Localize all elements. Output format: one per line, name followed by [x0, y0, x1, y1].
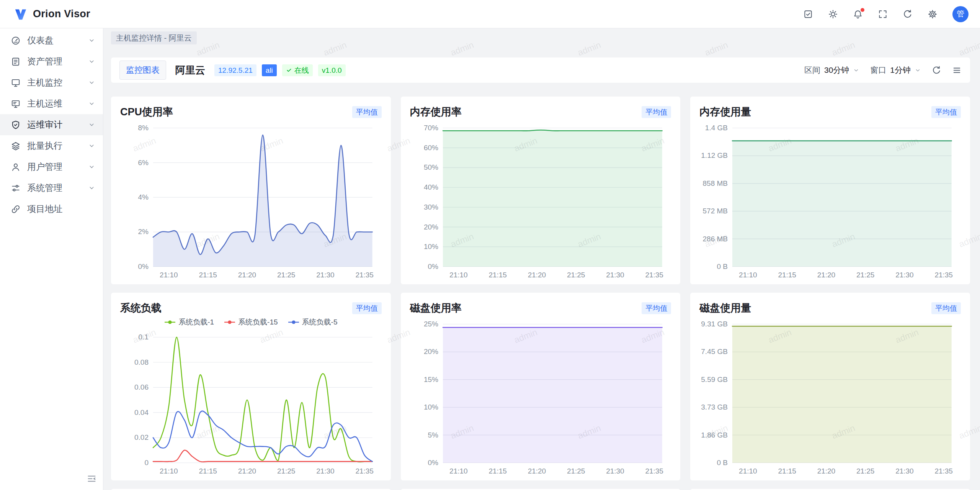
todo-check-icon[interactable]	[803, 9, 813, 19]
window-select[interactable]: 窗口 1分钟	[870, 65, 921, 75]
svg-text:30%: 30%	[424, 203, 438, 211]
refresh-icon[interactable]	[903, 9, 913, 19]
average-badge: 平均值	[642, 302, 671, 314]
sidebar-collapse-icon[interactable]	[87, 474, 97, 484]
main-panel: 监控图表 阿里云 12.92.5.21ali在线v1.0.0 区间 30分钟 窗…	[103, 44, 980, 490]
chevron-down-icon	[88, 37, 95, 44]
topbar-actions: 管	[803, 6, 969, 22]
svg-text:21:15: 21:15	[488, 467, 507, 475]
svg-text:0.1: 0.1	[139, 333, 149, 341]
sidebar-item-label: 用户管理	[27, 161, 82, 173]
host-tag-provider: ali	[262, 64, 277, 76]
svg-text:21:30: 21:30	[606, 271, 624, 279]
brand-name: Orion Visor	[33, 8, 90, 20]
svg-text:1.86 GB: 1.86 GB	[701, 431, 728, 439]
chart-card-disk-usage-amount: 磁盘使用量平均值0 B1.86 GB3.73 GB5.59 GB7.45 GB9…	[690, 293, 970, 480]
refresh-charts-icon[interactable]	[932, 66, 941, 75]
svg-text:21:25: 21:25	[567, 467, 585, 475]
chart-card-header: 磁盘使用量平均值	[699, 300, 961, 316]
content-area: 主机监控详情 - 阿里云 监控图表 阿里云 12.92.5.21ali在线v1.…	[103, 28, 980, 490]
chart-card-header: 内存使用率平均值	[410, 104, 671, 120]
sidebar-item-label: 仪表盘	[27, 34, 82, 46]
sidebar-item-ops-audit[interactable]: 运维审计	[0, 114, 103, 135]
user-avatar[interactable]: 管	[952, 6, 969, 22]
svg-text:0.06: 0.06	[134, 383, 149, 391]
chevron-down-icon	[88, 184, 95, 192]
host-header-right: 区间 30分钟 窗口 1分钟	[804, 65, 962, 75]
svg-text:21:35: 21:35	[645, 467, 663, 475]
svg-text:0%: 0%	[428, 262, 438, 270]
chart-list-icon[interactable]	[952, 66, 962, 75]
chevron-down-icon	[88, 142, 95, 149]
svg-text:21:35: 21:35	[355, 271, 374, 279]
chart-plot-cpu-usage: 0%2%4%6%8%21:1021:1521:2021:2521:3021:35	[120, 120, 382, 280]
sidebar-item-host-ops[interactable]: 主机运维	[0, 93, 103, 114]
chart-card-header: CPU使用率平均值	[120, 104, 382, 120]
breadcrumb-item[interactable]: 主机监控详情 - 阿里云	[111, 31, 197, 44]
breadcrumb: 主机监控详情 - 阿里云	[103, 28, 980, 44]
chart-title: CPU使用率	[120, 105, 173, 119]
sidebar-item-label: 主机监控	[27, 77, 82, 88]
average-badge: 平均值	[931, 302, 961, 314]
svg-text:0.04: 0.04	[134, 408, 149, 416]
sidebar-item-label: 项目地址	[27, 203, 95, 215]
chart-title: 磁盘使用量	[699, 301, 751, 315]
fullscreen-icon[interactable]	[878, 9, 888, 19]
legend-item[interactable]: 系统负载-1	[164, 317, 214, 327]
sidebar-item-label: 系统管理	[27, 182, 82, 194]
chart-card-disk-usage-percent: 磁盘使用率平均值0%5%10%15%20%25%21:1021:1521:202…	[401, 293, 681, 480]
svg-text:21:30: 21:30	[316, 467, 335, 475]
svg-text:3.73 GB: 3.73 GB	[701, 403, 728, 411]
svg-text:21:10: 21:10	[739, 467, 757, 475]
chevron-down-icon	[88, 100, 95, 107]
legend-marker	[224, 318, 235, 326]
check-icon	[286, 67, 292, 73]
sidebar-item-assets[interactable]: 资产管理	[0, 51, 103, 72]
sidebar-item-batch-exec[interactable]: 批量执行	[0, 135, 103, 156]
audit-icon	[11, 120, 21, 130]
chart-card-header: 磁盘使用率平均值	[410, 300, 671, 316]
svg-text:21:35: 21:35	[645, 271, 663, 279]
svg-text:21:35: 21:35	[355, 467, 374, 475]
svg-text:9.31 GB: 9.31 GB	[701, 320, 728, 328]
monitor-chart-tab[interactable]: 监控图表	[119, 61, 166, 80]
sidebar-item-project-link[interactable]: 项目地址	[0, 198, 103, 220]
host-tag-text: 12.92.5.21	[218, 67, 253, 74]
svg-text:0.02: 0.02	[134, 433, 149, 441]
theme-sun-icon[interactable]	[828, 9, 838, 19]
chart-plot-memory-usage-percent: 0%10%20%30%40%50%60%70%21:1021:1521:2021…	[410, 120, 671, 280]
chart-card-header: 系统负载平均值	[120, 300, 382, 316]
svg-text:0: 0	[144, 459, 149, 467]
svg-text:21:25: 21:25	[567, 271, 585, 279]
chart-canvas-system-load: 00.020.040.060.080.121:1021:1521:2021:25…	[120, 329, 382, 476]
legend-item[interactable]: 系统负载-5	[288, 317, 338, 327]
app-layout: 仪表盘资产管理主机监控主机运维运维审计批量执行用户管理系统管理项目地址 主机监控…	[0, 28, 980, 490]
sidebar-item-dashboard[interactable]: 仪表盘	[0, 30, 103, 51]
svg-text:40%: 40%	[424, 183, 438, 191]
sidebar-item-user-mgmt[interactable]: 用户管理	[0, 156, 103, 177]
svg-text:21:15: 21:15	[199, 467, 217, 475]
interval-label: 区间	[804, 65, 820, 75]
chevron-down-icon	[88, 163, 95, 170]
notification-bell-icon[interactable]	[853, 9, 863, 19]
topbar: Orion Visor 管	[0, 0, 980, 28]
svg-text:21:15: 21:15	[778, 467, 797, 475]
chevron-down-icon	[88, 121, 95, 128]
host-tag-status: 在线	[282, 64, 313, 76]
svg-text:0.08: 0.08	[134, 358, 149, 366]
sidebar-item-host-monitor[interactable]: 主机监控	[0, 72, 103, 93]
legend-item[interactable]: 系统负载-15	[224, 317, 278, 327]
svg-text:21:35: 21:35	[935, 467, 953, 475]
sidebar-item-system-mgmt[interactable]: 系统管理	[0, 177, 103, 198]
svg-text:50%: 50%	[424, 163, 438, 171]
sidebar-item-label: 运维审计	[27, 119, 82, 131]
svg-text:1.4 GB: 1.4 GB	[705, 124, 728, 132]
svg-text:25%: 25%	[424, 320, 438, 328]
interval-select[interactable]: 区间 30分钟	[804, 65, 859, 75]
window-label: 窗口	[870, 65, 886, 75]
settings-gear-icon[interactable]	[928, 9, 938, 19]
notification-badge	[861, 8, 864, 12]
svg-text:20%: 20%	[424, 223, 438, 231]
svg-text:21:30: 21:30	[606, 467, 624, 475]
chart-canvas-disk-usage-percent: 0%5%10%15%20%25%21:1021:1521:2021:2521:3…	[410, 316, 671, 476]
